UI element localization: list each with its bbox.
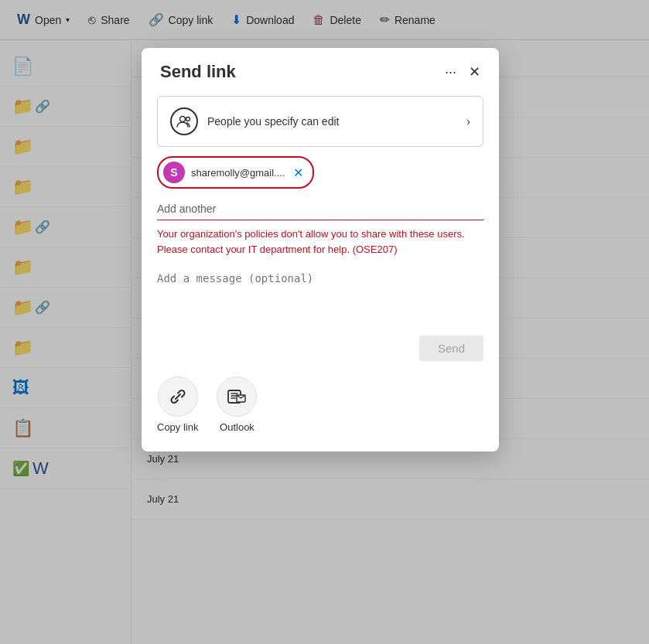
- chip-email-text: sharemolly@gmail....: [191, 167, 285, 179]
- add-another-input[interactable]: [157, 198, 483, 220]
- outlook-option[interactable]: Outlook: [217, 377, 257, 433]
- email-area: S sharemolly@gmail.... ✕: [157, 156, 483, 220]
- svg-point-1: [186, 118, 190, 121]
- error-message: Your organization's policies don't allow…: [157, 227, 483, 257]
- permission-chevron-icon: ›: [466, 115, 470, 128]
- send-link-modal: Send link ··· ✕ People you specify can e…: [142, 48, 499, 451]
- message-area: [157, 269, 483, 329]
- outlook-option-icon: [217, 377, 257, 417]
- outlook-option-label: Outlook: [220, 421, 254, 433]
- copy-link-option[interactable]: Copy link: [157, 377, 198, 433]
- message-input[interactable]: [157, 272, 483, 326]
- avatar: S: [163, 162, 185, 183]
- svg-point-0: [180, 117, 186, 122]
- close-icon: ✕: [469, 63, 480, 80]
- send-button[interactable]: Send: [419, 336, 483, 361]
- share-options: Copy link Outlook: [157, 377, 483, 433]
- remove-email-button[interactable]: ✕: [292, 165, 305, 180]
- copy-link-option-label: Copy link: [157, 421, 198, 433]
- copy-link-option-icon: [158, 377, 198, 417]
- close-button[interactable]: ✕: [466, 60, 483, 83]
- modal-title: Send link: [160, 62, 236, 82]
- more-options-icon: ···: [445, 64, 456, 80]
- modal-header: Send link ··· ✕: [142, 48, 499, 90]
- send-area: Send: [157, 336, 483, 361]
- permission-selector[interactable]: People you specify can edit ›: [157, 96, 483, 147]
- permission-label: People you specify can edit: [207, 115, 457, 128]
- email-chip: S sharemolly@gmail.... ✕: [157, 156, 314, 189]
- more-options-button[interactable]: ···: [442, 61, 459, 83]
- people-icon: [170, 107, 198, 135]
- modal-header-actions: ··· ✕: [442, 60, 483, 83]
